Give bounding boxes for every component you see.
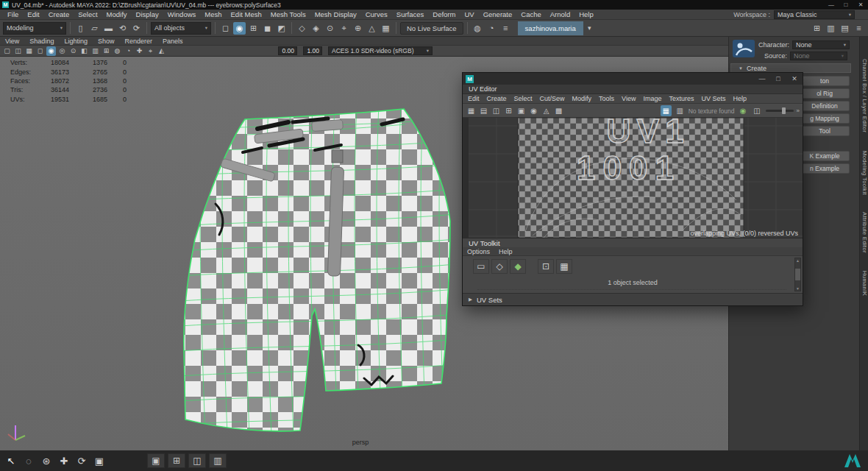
uv-tile-layout-icon[interactable]: ⊞ xyxy=(503,105,514,116)
menu-display[interactable]: Display xyxy=(132,10,163,18)
snap-point-icon[interactable]: ⊙ xyxy=(324,22,336,35)
menu-mesh-display[interactable]: Mesh Display xyxy=(310,10,361,18)
uv-menu-edit[interactable]: Edit xyxy=(464,95,483,102)
uv-menu-cut-sew[interactable]: Cut/Sew xyxy=(536,95,569,102)
move-tool-icon[interactable]: ✚ xyxy=(56,453,72,469)
toolkit-scrollbar[interactable]: ▲ ▼ xyxy=(794,258,801,291)
uv-menu-select[interactable]: Select xyxy=(511,95,536,102)
select-hierarchy-icon[interactable]: ◻ xyxy=(219,22,232,35)
save-scene-icon[interactable]: ▬ xyxy=(102,22,115,35)
uv-marquee-select-icon[interactable]: ▭ xyxy=(473,259,489,274)
menu-select[interactable]: Select xyxy=(74,10,102,18)
uv-grid-align-icon[interactable]: ▦ xyxy=(556,259,572,274)
lighting-icon[interactable]: ✚ xyxy=(135,46,144,56)
uv-texture-borders-icon[interactable]: ◉ xyxy=(528,105,539,116)
layout-persp-outliner-icon[interactable]: ◫ xyxy=(188,453,206,468)
uv-menu-tools[interactable]: Tools xyxy=(595,95,618,102)
workspace-dropdown[interactable]: Maya Classic ▾ xyxy=(774,10,855,19)
menu-mesh[interactable]: Mesh xyxy=(200,10,226,18)
uv-pixel-snap-icon[interactable]: ◬ xyxy=(541,105,552,116)
layout-single-pane-icon[interactable]: ▣ xyxy=(147,453,165,468)
toolkit-menu-options[interactable]: Options xyxy=(463,248,494,255)
uv-checker-icon[interactable]: ◫ xyxy=(491,105,502,116)
menu-generate[interactable]: Generate xyxy=(479,10,517,18)
resolution-gate-icon[interactable]: ⊞ xyxy=(102,46,111,56)
uv-menu-modify[interactable]: Modify xyxy=(569,95,596,102)
snap-center-icon[interactable]: ⌖ xyxy=(338,22,350,35)
scroll-down-icon[interactable]: ▼ xyxy=(796,286,800,291)
layout-four-pane-icon[interactable]: ⊞ xyxy=(168,453,185,468)
live-surface-button[interactable]: No Live Surface xyxy=(400,22,463,35)
snap-plane-icon[interactable]: ⊕ xyxy=(352,22,364,35)
safe-action-icon[interactable]: ◔ xyxy=(124,46,133,56)
channel-box-tab[interactable]: Channel Box / Layer Editor xyxy=(861,59,868,132)
paint-select-tool-icon[interactable]: ⊛ xyxy=(38,453,54,469)
lasso-tool-icon[interactable]: ◌ xyxy=(21,453,37,469)
menu-uv[interactable]: UV xyxy=(460,10,478,18)
uv-window-titlebar[interactable]: M — □ ✕ xyxy=(463,73,803,85)
uv-menu-help[interactable]: Help xyxy=(730,95,751,102)
outliner-toggle-icon[interactable]: ⊞ xyxy=(811,22,823,35)
bookmark-icon[interactable]: ◫ xyxy=(13,46,23,56)
character-dropdown[interactable]: None ▾ xyxy=(792,40,850,49)
menu-create[interactable]: Create xyxy=(44,10,74,18)
uv-menu-image[interactable]: Image xyxy=(639,95,665,102)
menu-windows[interactable]: Windows xyxy=(163,10,201,18)
image-dim-slider[interactable] xyxy=(766,110,794,112)
uv-filtered-image-icon[interactable]: ▥ xyxy=(675,105,686,116)
panel-menu-show[interactable]: Show xyxy=(93,38,120,45)
minimize-icon[interactable]: — xyxy=(824,0,839,10)
shorts-model[interactable] xyxy=(184,109,450,431)
uv-cube-map-icon[interactable]: ◆ xyxy=(510,259,526,274)
scrollbar-thumb[interactable] xyxy=(795,269,800,280)
attribute-editor-toggle-icon[interactable]: ▤ xyxy=(839,22,851,35)
uv-distortion-icon[interactable]: ▤ xyxy=(478,105,489,116)
ao-icon[interactable]: ◭ xyxy=(157,46,166,56)
new-scene-icon[interactable]: ▯ xyxy=(74,22,87,35)
maximize-icon[interactable]: □ xyxy=(770,73,786,85)
camera-attrs-icon[interactable]: ▢ xyxy=(2,46,12,56)
menu-curves[interactable]: Curves xyxy=(361,10,392,18)
select-object-icon[interactable]: ◉ xyxy=(233,22,246,35)
menu-help[interactable]: Help xyxy=(574,10,598,18)
snap-grid-icon[interactable]: ◇ xyxy=(296,22,308,35)
panel-menu-view[interactable]: View xyxy=(0,38,24,45)
uv-menu-view[interactable]: View xyxy=(618,95,639,102)
select-component-icon[interactable]: ⊞ xyxy=(247,22,260,35)
construction-history-icon[interactable]: ◍ xyxy=(472,22,484,35)
uv-menu-textures[interactable]: Textures xyxy=(665,95,697,102)
redo-icon[interactable]: ⟳ xyxy=(130,22,143,35)
rotate-tool-icon[interactable]: ⟳ xyxy=(74,453,90,469)
menu-file[interactable]: File xyxy=(3,10,23,18)
field-chart-icon[interactable]: ▥ xyxy=(90,46,100,56)
hik-mapping-button[interactable]: g Mapping xyxy=(800,113,850,124)
menu-surfaces[interactable]: Surfaces xyxy=(392,10,429,18)
minimize-icon[interactable]: — xyxy=(754,73,770,85)
humanik-tab[interactable]: HumanIK xyxy=(861,271,868,296)
shadows-icon[interactable]: ⌖ xyxy=(146,46,155,56)
isolate-select-icon[interactable]: ◧ xyxy=(79,46,89,56)
scale-tool-icon[interactable]: ▣ xyxy=(91,453,107,469)
image-plane-icon[interactable]: ▦ xyxy=(24,46,34,56)
gate-mask-icon[interactable]: ◍ xyxy=(113,46,122,56)
toolbar-overflow-icon[interactable]: » xyxy=(797,107,800,114)
xray-icon[interactable]: ◎ xyxy=(57,46,67,56)
open-scene-icon[interactable]: ▱ xyxy=(88,22,101,35)
slider-thumb[interactable] xyxy=(782,107,786,114)
uv-shell-select-icon[interactable]: ◇ xyxy=(491,259,508,274)
source-dropdown[interactable]: None ▾ xyxy=(790,52,847,60)
layout-persp-uv-icon[interactable]: ▥ xyxy=(209,453,227,468)
shelf-tab-active[interactable]: sazhinova.maria xyxy=(518,21,583,35)
menu-mesh-tools[interactable]: Mesh Tools xyxy=(266,10,310,18)
snap-curve-icon[interactable]: ◈ xyxy=(310,22,322,35)
uv-shell-border-icon[interactable]: ▩ xyxy=(553,105,564,116)
selection-filter-dropdown[interactable]: All objects ▾ xyxy=(151,22,211,35)
channel-box-toggle-icon[interactable]: ≡ xyxy=(853,22,865,35)
xray-joints-icon[interactable]: ⊙ xyxy=(68,46,78,56)
highlight-selection-icon[interactable]: ◼ xyxy=(261,22,274,35)
hik-control-rig-button[interactable]: ol Rig xyxy=(800,88,850,99)
hik-skeleton-button[interactable]: ton xyxy=(800,76,850,86)
2d-pan-zoom-icon[interactable]: ◻ xyxy=(35,46,45,56)
panel-menu-renderer[interactable]: Renderer xyxy=(119,38,157,45)
attribute-editor-tab[interactable]: Attribute Editor xyxy=(861,212,868,253)
